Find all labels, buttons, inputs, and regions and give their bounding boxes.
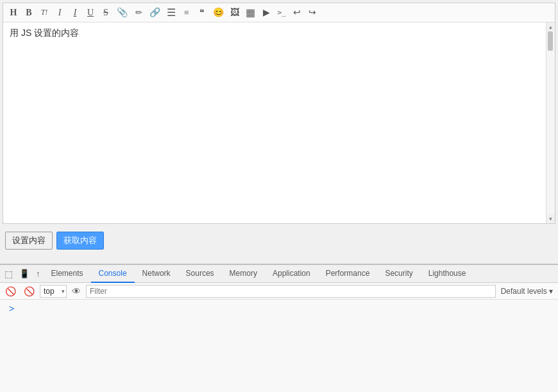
console-clear-icon[interactable]: 🚫 xyxy=(3,285,19,297)
editor-text: 用 JS 设置的内容 xyxy=(10,28,79,38)
set-content-button[interactable]: 设置内容 xyxy=(5,232,53,250)
tab-console[interactable]: Console xyxy=(91,265,135,283)
editor-scrollbar[interactable]: ▲ ▼ xyxy=(546,22,555,223)
editor-toolbar: H B T! I I U S 📎 ✏ 🔗 ☰ ≡ ❝ 😊 🖼 ▦ ▶ >_ ↩ … xyxy=(3,3,555,22)
tab-application[interactable]: Application xyxy=(265,265,318,283)
get-content-button[interactable]: 获取内容 xyxy=(56,232,104,250)
toolbar-btn-list-unordered[interactable]: ☰ xyxy=(165,5,178,20)
tab-security[interactable]: Security xyxy=(377,265,420,283)
tab-elements[interactable]: Elements xyxy=(44,265,91,283)
console-toolbar: 🚫 🚫 top ▾ 👁 Default levels ▾ xyxy=(0,283,558,300)
toolbar-btn-italic2[interactable]: I xyxy=(69,6,81,19)
toolbar-btn-italic[interactable]: I xyxy=(53,6,66,19)
toolbar-btn-list-ordered[interactable]: ≡ xyxy=(180,6,193,19)
tab-lighthouse[interactable]: Lighthouse xyxy=(421,265,474,283)
toolbar-btn-code[interactable]: >_ xyxy=(275,7,288,18)
console-context-select[interactable]: top xyxy=(40,285,67,298)
console-default-levels-button[interactable]: Default levels ▾ xyxy=(498,286,555,296)
scrollbar-up-arrow[interactable]: ▲ xyxy=(546,22,555,31)
devtools-panel: ⬚ 📱 ↑ Elements Console Network Sources M… xyxy=(0,264,558,392)
console-context-wrapper: top ▾ xyxy=(40,285,67,298)
tab-performance[interactable]: Performance xyxy=(318,265,378,283)
scrollbar-track[interactable] xyxy=(546,31,555,214)
devtools-tabs-bar: ⬚ 📱 ↑ Elements Console Network Sources M… xyxy=(0,265,558,283)
toolbar-btn-underline[interactable]: U xyxy=(84,6,97,19)
editor-container: H B T! I I U S 📎 ✏ 🔗 ☰ ≡ ❝ 😊 🖼 ▦ ▶ >_ ↩ … xyxy=(3,3,555,224)
console-filter-icon[interactable]: 🚫 xyxy=(21,285,37,297)
console-prompt[interactable]: > xyxy=(5,302,553,315)
console-prompt-symbol: > xyxy=(9,303,14,314)
toolbar-btn-emoji[interactable]: 😊 xyxy=(211,6,226,19)
devtools-pointer-icon[interactable]: ↑ xyxy=(33,265,44,283)
console-eye-icon[interactable]: 👁 xyxy=(69,285,83,297)
editor-content[interactable]: 用 JS 设置的内容 xyxy=(3,22,555,223)
tab-memory[interactable]: Memory xyxy=(222,265,265,283)
tab-sources[interactable]: Sources xyxy=(178,265,222,283)
scrollbar-down-arrow[interactable]: ▼ xyxy=(546,214,555,223)
console-output: > xyxy=(0,300,558,318)
toolbar-btn-bold[interactable]: B xyxy=(22,6,35,19)
scrollbar-thumb[interactable] xyxy=(548,31,553,51)
toolbar-btn-undo[interactable]: ↩ xyxy=(291,6,303,19)
toolbar-btn-table[interactable]: ▦ xyxy=(244,5,257,20)
toolbar-btn-attach[interactable]: 📎 xyxy=(115,6,130,19)
toolbar-btn-strikethrough[interactable]: S xyxy=(99,6,112,19)
toolbar-btn-text-italic[interactable]: T! xyxy=(38,6,51,19)
devtools-inspect-icon[interactable]: ⬚ xyxy=(1,265,16,283)
toolbar-btn-link[interactable]: 🔗 xyxy=(148,6,162,19)
toolbar-btn-redo[interactable]: ↪ xyxy=(306,6,319,19)
editor-body[interactable]: 用 JS 设置的内容 ▲ ▼ xyxy=(3,22,555,223)
toolbar-btn-highlight[interactable]: ✏ xyxy=(132,6,145,19)
tab-network[interactable]: Network xyxy=(135,265,178,283)
action-buttons-section: 设置内容 获取内容 xyxy=(0,226,558,255)
toolbar-btn-video[interactable]: ▶ xyxy=(260,6,273,19)
toolbar-btn-image[interactable]: 🖼 xyxy=(228,6,241,19)
toolbar-btn-blockquote[interactable]: ❝ xyxy=(196,6,208,19)
toolbar-btn-heading[interactable]: H xyxy=(7,6,20,19)
console-filter-input[interactable] xyxy=(86,285,496,298)
devtools-device-icon[interactable]: 📱 xyxy=(16,265,33,283)
